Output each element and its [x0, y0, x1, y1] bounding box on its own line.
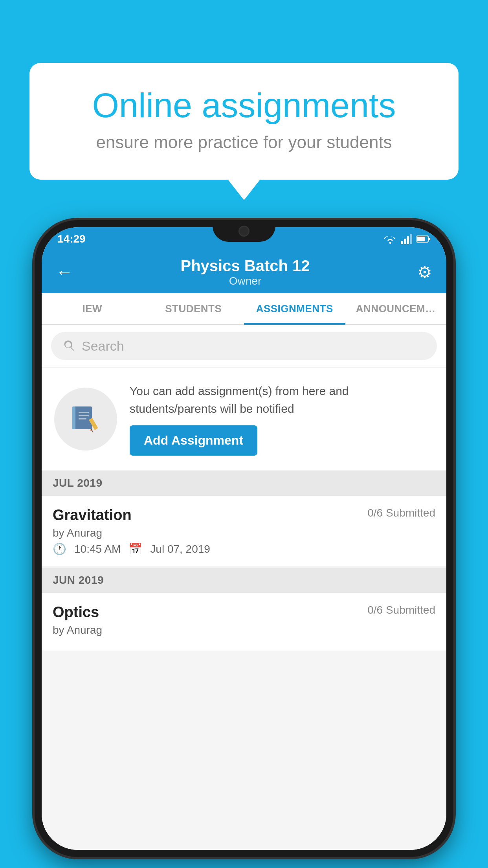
tab-iew[interactable]: IEW [42, 294, 143, 325]
svg-rect-9 [79, 412, 89, 413]
phone-camera [238, 226, 250, 237]
assignment-date-gravitation: Jul 07, 2019 [150, 543, 210, 555]
svg-rect-7 [74, 406, 92, 429]
assignment-meta-gravitation: 🕐 10:45 AM 📅 Jul 07, 2019 [53, 542, 435, 555]
phone-notch [213, 220, 275, 242]
promo-icon-circle [54, 388, 117, 451]
speech-bubble-subtitle: ensure more practice for your students [61, 132, 427, 152]
header-title-block: Physics Batch 12 Owner [180, 257, 310, 287]
status-time: 14:29 [57, 233, 86, 245]
svg-rect-2 [407, 236, 409, 244]
assignment-author-optics: by Anurag [53, 624, 435, 636]
signal-icon [401, 234, 413, 244]
section-header-jun: JUN 2019 [42, 568, 446, 593]
tabs-bar: IEW STUDENTS ASSIGNMENTS ANNOUNCEM… [42, 293, 446, 325]
add-assignment-promo: You can add assignment(s) from here and … [42, 368, 446, 470]
assignment-submitted-optics: 0/6 Submitted [367, 604, 435, 616]
app-header: ← Physics Batch 12 Owner ⚙ [42, 251, 446, 293]
assignment-author-gravitation: by Anurag [53, 527, 435, 539]
svg-rect-0 [401, 241, 403, 244]
screen-content: Search [42, 325, 446, 850]
header-title: Physics Batch 12 [180, 257, 310, 275]
svg-rect-11 [79, 418, 86, 419]
tab-students[interactable]: STUDENTS [143, 294, 244, 325]
search-bar[interactable]: Search [51, 332, 437, 360]
assignment-time-gravitation: 10:45 AM [74, 543, 121, 555]
back-button[interactable]: ← [56, 262, 73, 282]
search-bar-wrap: Search [42, 325, 446, 367]
svg-rect-5 [417, 237, 425, 241]
phone-outer: 14:29 [35, 220, 453, 857]
wifi-icon [383, 234, 397, 244]
battery-icon [416, 235, 431, 243]
assignment-row-top-optics: Optics 0/6 Submitted [53, 604, 435, 621]
section-header-jul: JUL 2019 [42, 471, 446, 496]
gear-icon[interactable]: ⚙ [417, 263, 432, 282]
phone-wrapper: 14:29 [35, 220, 453, 857]
svg-rect-8 [72, 406, 75, 429]
promo-description: You can add assignment(s) from here and … [130, 382, 434, 417]
tab-announcements[interactable]: ANNOUNCEM… [345, 294, 447, 325]
svg-rect-6 [429, 238, 430, 240]
search-icon [62, 339, 75, 353]
assignment-name-gravitation: Gravitation [53, 507, 132, 524]
phone-screen: 14:29 [42, 227, 446, 850]
calendar-icon: 📅 [128, 542, 142, 555]
clock-icon: 🕐 [53, 542, 66, 555]
header-subtitle: Owner [180, 275, 310, 287]
status-icons [383, 234, 431, 244]
svg-rect-3 [410, 234, 412, 244]
assignment-item-optics[interactable]: Optics 0/6 Submitted by Anurag [42, 593, 446, 651]
assignment-submitted-gravitation: 0/6 Submitted [367, 507, 435, 519]
assignment-row-top: Gravitation 0/6 Submitted [53, 507, 435, 524]
search-placeholder: Search [82, 338, 124, 354]
tab-assignments[interactable]: ASSIGNMENTS [244, 294, 345, 325]
assignment-name-optics: Optics [53, 604, 99, 621]
assignment-notebook-icon [70, 403, 101, 435]
speech-bubble: Online assignments ensure more practice … [29, 63, 459, 180]
assignment-item-gravitation[interactable]: Gravitation 0/6 Submitted by Anurag 🕐 10… [42, 496, 446, 567]
svg-rect-10 [79, 415, 89, 416]
add-assignment-button[interactable]: Add Assignment [130, 425, 257, 456]
promo-text-block: You can add assignment(s) from here and … [130, 382, 434, 456]
speech-bubble-title: Online assignments [61, 86, 427, 125]
svg-rect-1 [404, 239, 406, 244]
